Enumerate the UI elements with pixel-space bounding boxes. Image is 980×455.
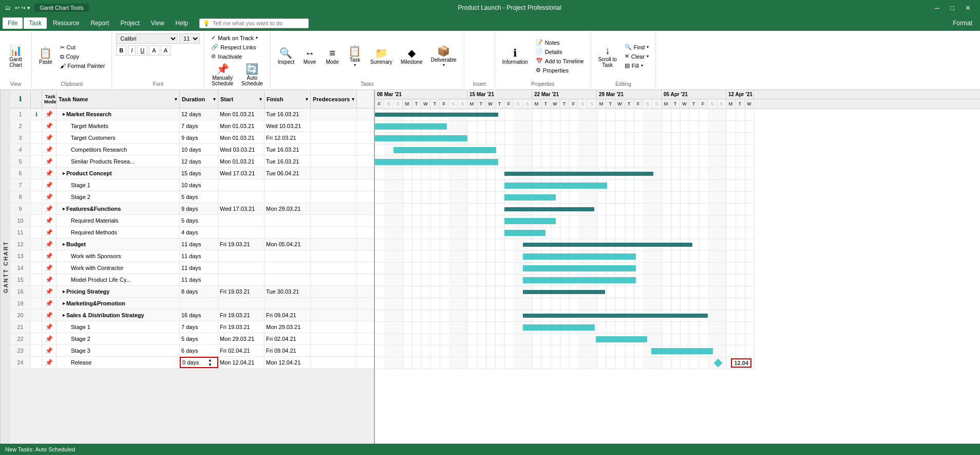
col-header-predecessors[interactable]: Predecessors ▾ [311, 90, 357, 108]
menu-view[interactable]: View [146, 17, 169, 29]
gantt-bar[interactable] [523, 277, 636, 283]
properties-small[interactable]: ⚙ Properties [533, 66, 587, 75]
duration-input[interactable] [182, 359, 208, 366]
col-header-name[interactable]: Task Name ▾ [56, 90, 180, 108]
gantt-bar[interactable] [375, 113, 498, 117]
task-row[interactable]: 19 📌 ▸Marketing&Promotion [10, 298, 374, 310]
task-button[interactable]: 📋 Task ▾ [345, 44, 365, 69]
gantt-bar[interactable] [504, 218, 556, 224]
maximize-button[interactable]: □ [946, 3, 958, 13]
task-row[interactable]: 24 📌 Release ▲▼ Mon 12.04.21 Mon 12.04.2… [10, 357, 374, 369]
menu-report[interactable]: Report [85, 17, 114, 29]
row-name[interactable]: Stage 1 [56, 321, 180, 333]
task-row[interactable]: 20 📌 ▸Sales & Distribution Strategy 16 d… [10, 310, 374, 321]
task-row[interactable]: 13 📌 Work with Sponsors 11 days [10, 250, 374, 262]
paste-button[interactable]: 📋 Paste [36, 46, 55, 66]
row-name[interactable]: Similar Products Resea... [56, 156, 180, 167]
summary-button[interactable]: 📁 Summary [367, 46, 395, 66]
task-row[interactable]: 23 📌 Stage 3 6 days Fri 02.04.21 Fri 09.… [10, 345, 374, 357]
gantt-bar[interactable] [504, 207, 594, 211]
row-name[interactable]: ▸Product Concept [56, 168, 180, 179]
task-row[interactable]: 7 📌 Stage 1 10 days [10, 179, 374, 191]
menu-task[interactable]: Task [24, 17, 47, 29]
row-name[interactable]: Release [56, 357, 180, 368]
mark-on-track-button[interactable]: ✓ Mark on Track ▾ [209, 33, 260, 42]
menu-project[interactable]: Project [115, 17, 144, 29]
gantt-bar[interactable] [523, 265, 636, 271]
inspect-button[interactable]: 🔍 Inspect [275, 46, 297, 66]
mode-button[interactable]: ≡ Mode [322, 46, 343, 66]
task-row[interactable]: 3 📌 Target Customers 9 days Mon 01.03.21… [10, 132, 374, 144]
row-name[interactable]: Work with Contractor [56, 262, 180, 274]
row-name[interactable]: Target Customers [56, 132, 180, 143]
row-name[interactable]: Stage 3 [56, 345, 180, 356]
task-row[interactable]: 6 📌 ▸Product Concept 15 days Wed 17.03.2… [10, 168, 374, 179]
task-row[interactable]: 9 📌 ▸Features&Functions 9 days Wed 17.03… [10, 203, 374, 215]
row-name[interactable]: Competitors Research [56, 144, 180, 155]
task-row[interactable]: 11 📌 Required Methods 4 days [10, 227, 374, 239]
task-row[interactable]: 5 📌 Similar Products Resea... 12 days Mo… [10, 156, 374, 168]
row-name[interactable]: Stage 2 [56, 191, 180, 203]
task-row[interactable]: 1 ℹ 📌 ▸Market Research 12 days Mon 01.03… [10, 108, 374, 120]
row-name[interactable]: Required Methods [56, 227, 180, 238]
minimize-button[interactable]: ─ [931, 3, 944, 13]
gantt-bar[interactable] [523, 324, 595, 331]
row-name[interactable]: Target Markets [56, 120, 180, 132]
task-row[interactable]: 2 📌 Target Markets 7 days Mon 01.03.21 W… [10, 120, 374, 132]
gantt-chart-button[interactable]: 📊 GanttChart [4, 44, 27, 69]
close-button[interactable]: ✕ [961, 3, 975, 13]
gantt-bar[interactable] [523, 314, 708, 318]
row-name[interactable]: Required Materials [56, 215, 180, 226]
gantt-bar[interactable] [393, 147, 496, 153]
task-row[interactable]: 21 📌 Stage 1 7 days Fri 19.03.21 Mon 29.… [10, 321, 374, 333]
clear-button[interactable]: ✕ Clear ▾ [622, 52, 651, 61]
row-name[interactable]: Stage 1 [56, 179, 180, 191]
row-name[interactable]: ▸Budget [56, 239, 180, 250]
font-size-select[interactable]: 11 [179, 33, 200, 44]
italic-button[interactable]: I [128, 45, 136, 56]
manually-schedule-button[interactable]: 📌 ManuallySchedule [209, 62, 236, 88]
underline-button[interactable]: U [137, 45, 147, 56]
task-row[interactable]: 12 📌 ▸Budget 11 days Fri 19.03.21 Mon 05… [10, 239, 374, 250]
search-input[interactable] [213, 20, 305, 26]
bold-button[interactable]: B [116, 45, 126, 56]
auto-schedule-button[interactable]: 🔄 AutoSchedule [238, 62, 266, 88]
row-name[interactable]: ▸Pricing Strategy [56, 286, 180, 297]
notes-button[interactable]: 📝 Notes [533, 38, 587, 47]
gantt-bar[interactable] [523, 253, 636, 260]
milestone-button[interactable]: ◆ Milestone [398, 46, 426, 66]
row-name[interactable]: ▸Market Research [56, 108, 180, 120]
gantt-bar[interactable] [375, 123, 447, 130]
menu-format[interactable]: Format [948, 17, 977, 29]
gantt-bar[interactable] [504, 230, 545, 236]
col-header-mode[interactable]: TaskMode [42, 90, 56, 108]
task-row[interactable]: 10 📌 Required Materials 5 days [10, 215, 374, 227]
col-header-finish[interactable]: Finish ▾ [265, 90, 311, 108]
gantt-bar[interactable] [504, 194, 556, 201]
row-name[interactable]: Work with Sponsors [56, 250, 180, 262]
gantt-bar[interactable] [375, 135, 467, 141]
fill-button[interactable]: ▤ Fill ▾ [622, 61, 651, 70]
gantt-bar[interactable] [504, 172, 653, 176]
row-name[interactable]: ▸Sales & Distribution Strategy [56, 310, 180, 321]
task-row[interactable]: 4 📌 Competitors Research 10 days Wed 03.… [10, 144, 374, 156]
find-button[interactable]: 🔍 Find ▾ [622, 43, 651, 51]
col-header-start[interactable]: Start ▾ [218, 90, 265, 108]
row-name[interactable]: Stage 2 [56, 333, 180, 344]
deliverable-button[interactable]: 📦 Deliverable ▾ [428, 44, 460, 69]
row-name[interactable]: ▸Features&Functions [56, 203, 180, 214]
gantt-bar[interactable] [651, 348, 713, 354]
task-row[interactable]: 15 📌 Model Product Life Cy... 11 days [10, 274, 374, 286]
menu-resource[interactable]: Resource [48, 17, 84, 29]
font-name-select[interactable]: Calibri [116, 33, 178, 44]
col-header-duration[interactable]: Duration ▾ [180, 90, 218, 108]
menu-help[interactable]: Help [171, 17, 194, 29]
font-color-button[interactable]: A [149, 45, 159, 56]
task-row[interactable]: 16 📌 ▸Pricing Strategy 8 days Fri 19.03.… [10, 286, 374, 298]
tell-me-search[interactable]: 💡 [199, 19, 309, 28]
inactivate-button[interactable]: ⊘ Inactivate [209, 52, 244, 61]
row-name[interactable]: Model Product Life Cy... [56, 274, 180, 285]
move-button[interactable]: ↔ Move [299, 46, 320, 66]
gantt-bar[interactable] [596, 336, 647, 342]
gantt-bar[interactable] [504, 183, 607, 189]
